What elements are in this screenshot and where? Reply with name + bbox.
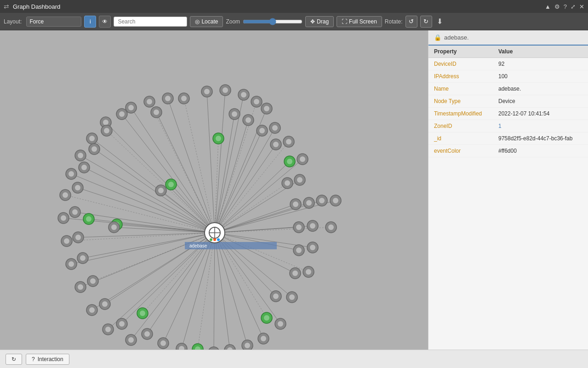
property-value: adebase. [493,83,588,95]
expand-icon[interactable]: ⤢ [571,3,576,10]
svg-point-192 [300,156,305,162]
locate-button[interactable]: ◎ Locate [190,16,223,27]
refresh-icon: ↻ [11,356,16,362]
table-row: TimestampModified2022-12-07 10:41:54 [428,108,588,120]
property-value[interactable]: 1 [493,120,588,132]
svg-line-64 [215,114,234,233]
property-name: IPAddress [428,70,493,83]
property-name: TimestampModified [428,108,493,120]
eye-button[interactable]: 👁 [99,16,111,28]
property-name: ZoneID [428,120,493,132]
svg-line-51 [215,204,296,233]
svg-point-214 [154,109,159,115]
graph-svg: adebase [0,30,428,350]
svg-point-136 [140,310,145,316]
property-name: Node Type [428,95,493,108]
property-value-link[interactable]: 1 [498,123,502,129]
svg-line-68 [117,224,215,233]
svg-line-36 [214,233,215,350]
svg-point-182 [319,198,325,203]
svg-point-154 [261,336,266,341]
close-icon[interactable]: ✕ [579,3,584,10]
svg-line-10 [107,131,215,233]
svg-point-152 [245,343,250,348]
svg-point-160 [273,293,279,299]
svg-point-80 [223,87,228,93]
svg-line-19 [89,219,215,233]
svg-point-180 [306,200,312,206]
svg-point-92 [119,111,125,117]
svg-line-62 [215,128,275,233]
help-icon[interactable]: ? [564,3,567,10]
rotate-cw-button[interactable]: ↻ [420,16,432,28]
svg-point-174 [310,223,315,229]
layout-select[interactable]: Force Tree Circle Grid [26,17,81,27]
svg-point-158 [278,321,283,327]
main-content: adebase 🔒 adebase. Property Value Device… [0,30,588,350]
graph-area[interactable]: adebase [0,30,428,350]
svg-point-116 [64,238,69,244]
svg-point-118 [75,235,81,240]
svg-point-220 [111,224,117,230]
svg-point-104 [81,165,87,170]
interaction-button[interactable]: ? Interaction [26,354,69,365]
svg-point-206 [216,136,221,141]
svg-point-202 [245,117,251,123]
info-button[interactable]: i [84,16,96,28]
refresh-button[interactable]: ↻ [6,354,22,365]
minimize-icon[interactable]: ▲ [545,3,551,10]
fullscreen-icon: ⛶ [342,18,347,25]
table-row: IPAddress100 [428,70,588,83]
svg-point-126 [90,278,96,284]
settings-icon[interactable]: ⚙ [554,3,560,10]
svg-line-37 [215,233,230,350]
rotate-ccw-button[interactable]: ↺ [405,16,417,28]
zoom-slider[interactable] [243,18,303,25]
svg-point-102 [69,171,74,177]
svg-line-1 [207,92,215,233]
property-value: Device [493,95,588,108]
svg-point-78 [204,89,210,94]
question-icon: ? [32,356,35,362]
svg-point-162 [289,294,295,300]
svg-line-11 [80,155,215,233]
svg-line-25 [93,233,215,281]
svg-point-94 [89,136,95,141]
table-row: Node TypeDevice [428,95,588,108]
download-button[interactable]: ⬇ [437,17,443,26]
svg-point-166 [306,269,311,275]
svg-text:adebase: adebase [189,243,207,248]
svg-point-168 [296,247,302,253]
title-icon: ⇄ [4,3,9,10]
svg-point-210 [168,182,174,187]
table-header-row: Property Value [428,46,588,58]
svg-point-112 [72,209,78,215]
search-input[interactable] [114,17,187,27]
fullscreen-button[interactable]: ⛶ Full Screen [337,16,382,27]
svg-point-190 [287,159,292,164]
title-bar: ⇄ Graph Dashboard ▲ ⚙ ? ⤢ ✕ [0,0,588,13]
svg-point-198 [259,128,265,133]
svg-line-35 [198,233,215,349]
title-text: Graph Dashboard [13,3,541,10]
drag-button[interactable]: ✥ Drag [305,16,334,27]
svg-line-9 [92,138,215,233]
svg-point-138 [128,337,134,343]
svg-point-130 [102,301,108,307]
panel-header: 🔒 adebase. [428,30,588,46]
properties-table: Property Value DeviceID92IPAddress100Nam… [428,46,588,157]
svg-point-170 [310,245,315,250]
svg-point-178 [293,201,298,207]
svg-line-24 [80,233,215,287]
svg-point-142 [160,340,166,346]
interaction-label: Interaction [38,356,63,362]
zoom-label: Zoom [226,18,240,25]
svg-point-196 [286,139,291,144]
column-value: Value [493,46,588,58]
svg-point-172 [296,224,302,230]
rotate-label: Rotate: [385,18,403,25]
svg-point-128 [89,307,95,313]
drag-icon: ✥ [310,18,315,25]
svg-line-7 [106,122,215,233]
svg-point-96 [104,128,109,133]
